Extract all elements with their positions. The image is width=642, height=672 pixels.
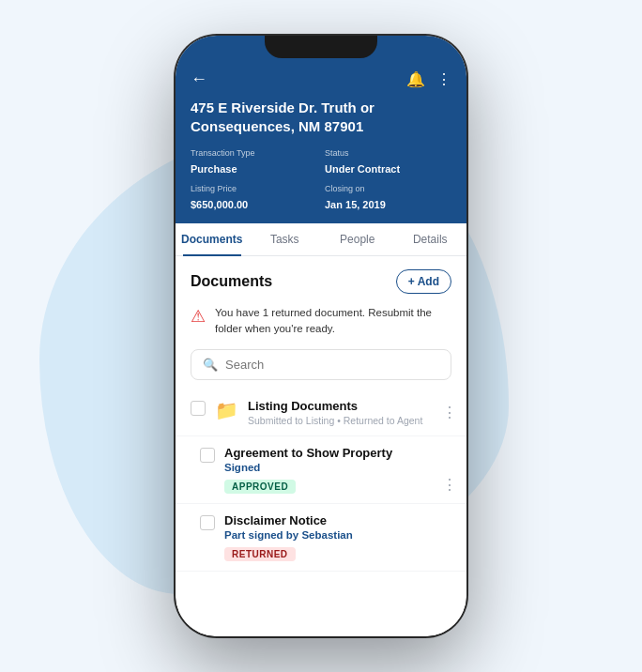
tab-tasks[interactable]: Tasks (249, 223, 322, 255)
listing-documents-folder: 📁 Listing Documents Submitted to Listing… (176, 389, 466, 436)
listing-price-meta: Listing Price $650,000.00 (191, 184, 317, 212)
documents-title: Documents (191, 273, 272, 290)
agreement-name: Agreement to Show Property (224, 446, 451, 460)
header-top-bar: ← 🔔 ⋮ (191, 69, 451, 89)
add-document-button[interactable]: + Add (396, 269, 451, 294)
notification-icon[interactable]: 🔔 (406, 70, 425, 88)
transaction-type-meta: Transaction Type Purchase (191, 148, 317, 176)
search-container[interactable]: 🔍 (191, 349, 451, 380)
content-area: Documents + Add ⚠ You have 1 returned do… (176, 256, 466, 636)
agreement-doc-item: Agreement to Show Property Signed APPROV… (176, 436, 466, 504)
tab-details[interactable]: Details (394, 223, 467, 255)
folder-icon: 📁 (215, 399, 238, 421)
status-value: Under Contract (325, 163, 400, 175)
disclaimer-name: Disclaimer Notice (224, 513, 451, 527)
agreement-signed-link[interactable]: Signed (224, 462, 451, 473)
search-icon: 🔍 (203, 358, 218, 372)
closing-label: Closing on (325, 184, 451, 193)
warning-banner: ⚠ You have 1 returned document. Resubmit… (191, 303, 451, 340)
folder-checkbox[interactable] (191, 401, 206, 416)
tab-bar: Documents Tasks People Details (176, 223, 466, 256)
tab-documents[interactable]: Documents (176, 223, 249, 255)
status-label: Status (325, 148, 451, 158)
folder-info: Listing Documents Submitted to Listing •… (248, 399, 451, 426)
disclaimer-checkbox[interactable] (200, 515, 215, 530)
documents-section-header: Documents + Add (176, 256, 466, 303)
disclaimer-info: Disclaimer Notice Part signed by Sebasti… (224, 513, 451, 561)
status-meta: Status Under Contract (325, 148, 451, 176)
header-section: ← 🔔 ⋮ 475 E Riverside Dr. Truth or Conse… (176, 36, 466, 223)
agreement-doc-row: Agreement to Show Property Signed APPROV… (200, 446, 451, 494)
property-address: 475 E Riverside Dr. Truth or Consequence… (191, 99, 451, 135)
agreement-menu-icon[interactable]: ⋮ (442, 476, 457, 494)
warning-message: You have 1 returned document. Resubmit t… (215, 305, 451, 338)
folder-menu-icon[interactable]: ⋮ (442, 404, 457, 421)
transaction-type-label: Transaction Type (191, 148, 317, 158)
header-icons-group: 🔔 ⋮ (406, 70, 451, 88)
folder-sub: Submitted to Listing • Returned to Agent (248, 415, 451, 426)
closing-date-meta: Closing on Jan 15, 2019 (325, 184, 451, 212)
phone-screen: ← 🔔 ⋮ 475 E Riverside Dr. Truth or Conse… (176, 36, 466, 636)
agreement-checkbox[interactable] (200, 448, 215, 463)
transaction-type-value: Purchase (191, 163, 237, 175)
phone-shell: ← 🔔 ⋮ 475 E Riverside Dr. Truth or Conse… (176, 36, 466, 636)
disclaimer-doc-item: Disclaimer Notice Part signed by Sebasti… (176, 504, 466, 572)
folder-name: Listing Documents (248, 399, 451, 413)
tab-people[interactable]: People (321, 223, 394, 255)
closing-value: Jan 15, 2019 (325, 199, 386, 210)
back-button[interactable]: ← (191, 69, 207, 89)
approved-badge: APPROVED (224, 480, 296, 494)
disclaimer-doc-row: Disclaimer Notice Part signed by Sebasti… (200, 513, 451, 561)
more-options-icon[interactable]: ⋮ (436, 70, 451, 88)
listing-price-label: Listing Price (191, 184, 317, 193)
agreement-info: Agreement to Show Property Signed APPROV… (224, 446, 451, 494)
listing-price-value: $650,000.00 (191, 199, 248, 210)
returned-badge: RETURNED (224, 547, 296, 561)
search-input[interactable] (225, 358, 439, 372)
warning-triangle-icon: ⚠ (191, 306, 206, 327)
phone-notch (265, 36, 377, 58)
disclaimer-signed-link[interactable]: Part signed by Sebastian (224, 529, 451, 541)
property-meta-grid: Transaction Type Purchase Status Under C… (191, 148, 451, 212)
